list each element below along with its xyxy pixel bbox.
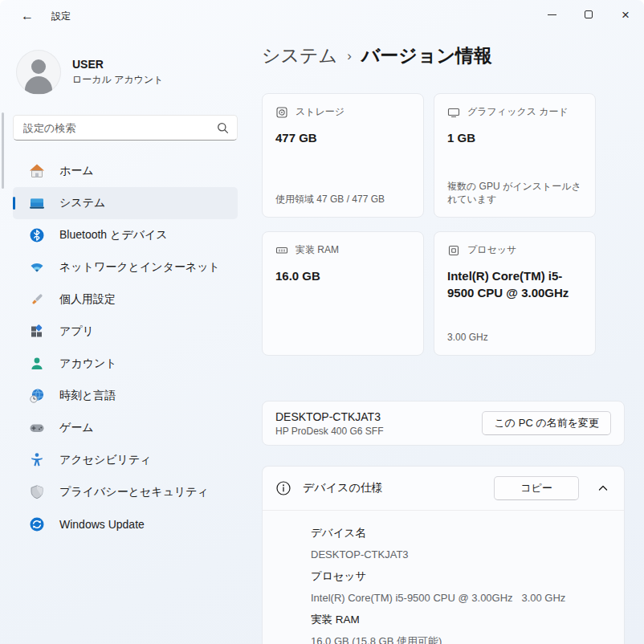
- settings-window: ← 設定 × USER ローカル アカウント: [0, 0, 644, 644]
- card-label: グラフィックス カード: [467, 105, 569, 119]
- sidebar-item-label: アクセシビリティ: [50, 453, 152, 467]
- sidebar-item-personalization[interactable]: 個人用設定: [13, 283, 238, 316]
- selected-accent-bar: [13, 197, 15, 210]
- sidebar-item-label: ゲーム: [50, 421, 94, 435]
- graphics-caption: 複数の GPU がインストールされています: [447, 180, 582, 206]
- breadcrumb: システム › バージョン情報: [262, 42, 625, 69]
- sidebar-nav: ホーム システム Bluetooth とデバイス ネットワークとインタ: [13, 155, 238, 540]
- sidebar-item-network-internet[interactable]: ネットワークとインターネット: [13, 251, 238, 283]
- sidebar-item-label: アプリ: [50, 324, 94, 339]
- search-icon: [217, 122, 229, 134]
- sidebar-item-label: プライバシーとセキュリティ: [50, 485, 209, 499]
- processor-caption: 3.00 GHz: [447, 331, 582, 344]
- main-content: システム › バージョン情報 ストレージ 477 GB 使用領域 47 GB /…: [262, 32, 625, 644]
- ram-value: 16.0 GB: [275, 267, 410, 284]
- user-account-block[interactable]: USER ローカル アカウント: [16, 50, 238, 95]
- spec-label: デバイス名: [311, 522, 611, 544]
- sidebar-item-label: 時刻と言語: [50, 389, 116, 403]
- apps-icon: [29, 324, 45, 340]
- sidebar-item-windows-update[interactable]: Windows Update: [13, 508, 238, 540]
- sidebar-item-accessibility[interactable]: アクセシビリティ: [13, 444, 238, 476]
- sidebar-item-label: Bluetooth とデバイス: [50, 228, 168, 243]
- sidebar-item-apps[interactable]: アプリ: [13, 316, 238, 348]
- back-button[interactable]: ←: [14, 6, 40, 26]
- spec-value: DESKTOP-CTKJAT3: [311, 544, 611, 565]
- breadcrumb-separator-icon: ›: [347, 42, 352, 69]
- overview-cards: ストレージ 477 GB 使用領域 47 GB / 477 GB グラフィックス…: [262, 93, 596, 356]
- titlebar: ← 設定 ×: [0, 0, 644, 32]
- spec-label: プロセッサ: [311, 565, 611, 587]
- sidebar-item-label: システム: [50, 196, 105, 210]
- sidebar-item-home[interactable]: ホーム: [13, 155, 238, 187]
- sidebar-item-privacy-security[interactable]: プライバシーとセキュリティ: [13, 476, 238, 508]
- user-account-type: ローカル アカウント: [72, 73, 164, 87]
- sidebar-item-gaming[interactable]: ゲーム: [13, 412, 238, 444]
- device-name-card: DESKTOP-CTKJAT3 HP ProDesk 400 G6 SFF この…: [262, 401, 625, 446]
- system-icon: [29, 195, 45, 211]
- device-specs-header[interactable]: デバイスの仕様 コピー: [263, 467, 624, 510]
- settings-search-box[interactable]: [13, 115, 238, 141]
- minimize-icon: [548, 14, 556, 15]
- processor-value: Intel(R) Core(TM) i5-9500 CPU @ 3.00GHz: [447, 267, 582, 301]
- device-specs-title: デバイスの仕様: [303, 481, 383, 495]
- bluetooth-icon: [29, 227, 45, 243]
- sidebar-item-label: ホーム: [50, 164, 94, 178]
- sidebar-item-label: 個人用設定: [50, 292, 116, 307]
- sidebar-item-system[interactable]: システム: [13, 187, 238, 219]
- sidebar-item-label: ネットワークとインターネット: [50, 260, 220, 275]
- cpu-icon: [447, 244, 460, 257]
- rename-pc-button[interactable]: この PC の名前を変更: [482, 411, 611, 435]
- back-arrow-icon: ←: [21, 9, 34, 23]
- storage-value: 477 GB: [275, 129, 410, 146]
- sidebar-item-bluetooth-devices[interactable]: Bluetooth とデバイス: [13, 219, 238, 251]
- ram-card: 実装 RAM 16.0 GB: [262, 231, 424, 356]
- search-input[interactable]: [23, 122, 217, 134]
- home-icon: [29, 163, 45, 179]
- card-label: プロセッサ: [467, 243, 516, 257]
- spec-value: Intel(R) Core(TM) i5-9500 CPU @ 3.00GHz …: [311, 587, 611, 609]
- spec-label: 実装 RAM: [311, 609, 611, 630]
- device-model: HP ProDesk 400 G6 SFF: [275, 426, 384, 437]
- maximize-button[interactable]: [570, 0, 607, 29]
- graphics-card: グラフィックス カード 1 GB 複数の GPU がインストールされています: [434, 93, 596, 218]
- spec-row: 実装 RAM 16.0 GB (15.8 GB 使用可能): [311, 609, 611, 644]
- chevron-up-icon[interactable]: [597, 482, 609, 495]
- info-icon: [275, 480, 291, 496]
- windows-update-icon: [29, 516, 45, 532]
- sidebar: USER ローカル アカウント ホーム システム: [0, 32, 251, 644]
- card-label: ストレージ: [296, 105, 344, 119]
- device-name: DESKTOP-CTKJAT3: [275, 410, 384, 423]
- maximize-icon: [585, 10, 593, 18]
- accounts-icon: [29, 356, 45, 372]
- accessibility-icon: [29, 452, 45, 468]
- device-specs-expander: デバイスの仕様 コピー デバイス名 DESKTOP-CTKJAT3 プロセッサ …: [262, 466, 625, 644]
- storage-caption: 使用領域 47 GB / 477 GB: [275, 193, 410, 206]
- processor-card: プロセッサ Intel(R) Core(TM) i5-9500 CPU @ 3.…: [434, 231, 596, 356]
- window-controls: ×: [533, 0, 644, 29]
- storage-card: ストレージ 477 GB 使用領域 47 GB / 477 GB: [262, 93, 424, 218]
- personalization-icon: [29, 291, 45, 308]
- time-language-icon: [29, 388, 45, 404]
- window-title: 設定: [51, 10, 71, 23]
- close-button[interactable]: ×: [607, 0, 644, 29]
- sidebar-item-time-language[interactable]: 時刻と言語: [13, 380, 238, 412]
- storage-icon: [275, 106, 288, 119]
- avatar: [16, 50, 61, 95]
- network-icon: [29, 259, 45, 275]
- breadcrumb-parent[interactable]: システム: [262, 43, 337, 68]
- user-name: USER: [72, 58, 164, 71]
- gaming-icon: [29, 420, 45, 436]
- privacy-icon: [29, 484, 45, 500]
- minimize-button[interactable]: [533, 0, 570, 29]
- spec-row: デバイス名 DESKTOP-CTKJAT3: [311, 522, 611, 565]
- card-label: 実装 RAM: [296, 243, 339, 257]
- ram-icon: [275, 244, 288, 257]
- copy-button[interactable]: コピー: [494, 476, 579, 500]
- spec-value: 16.0 GB (15.8 GB 使用可能): [311, 630, 611, 644]
- sidebar-item-label: アカウント: [50, 357, 117, 371]
- sidebar-scrollbar[interactable]: [2, 112, 4, 189]
- sidebar-item-label: Windows Update: [50, 518, 145, 531]
- sidebar-item-accounts[interactable]: アカウント: [13, 348, 238, 380]
- page-title: バージョン情報: [361, 43, 492, 68]
- device-specs-body: デバイス名 DESKTOP-CTKJAT3 プロセッサ Intel(R) Cor…: [263, 510, 624, 644]
